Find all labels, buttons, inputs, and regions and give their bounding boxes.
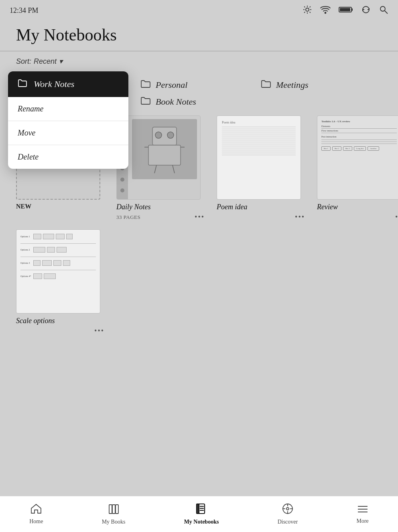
notebook-daily-title: Daily Notes [116,203,205,211]
svg-line-5 [304,6,305,7]
notebook-scale-meta: ••• [16,327,104,335]
sort-chevron-icon: ▾ [59,57,63,66]
notebook-review[interactable]: Toolkits 1.6 - UX review Elements Flow i… [317,115,398,221]
folder-personal[interactable]: Personal [140,79,261,91]
notebook-scale-thumb[interactable]: Options 1 Options 2 [16,229,100,314]
context-menu-rename[interactable]: Rename [8,97,128,121]
context-menu[interactable]: Work Notes Rename Move Delete [8,71,128,169]
status-icons [303,5,388,16]
home-icon [30,504,42,517]
notebook-poem-title: Poem idea [217,203,305,211]
review-thumb-title: Toolkits 1.6 - UX review [321,120,397,123]
notebook-daily-meta: 33 PAGES ••• [116,213,205,221]
main-content: Work Notes Rename Move Delete Personal [0,71,398,339]
status-bar: 12:34 PM [0,0,398,21]
svg-line-14 [385,11,388,14]
folder-booknotes-icon [140,96,151,107]
review-thumb-buttons: Btn 1 Btn 2 Btn 3 Long btn Another [321,146,397,151]
notebook-scale-dots[interactable]: ••• [94,327,104,335]
svg-line-6 [310,12,311,13]
svg-rect-23 [109,505,112,514]
folder-meetings-label: Meetings [276,80,309,90]
sort-current: Recent [34,57,57,66]
page-title: My Notebooks [16,25,382,45]
my-notebooks-icon [196,503,207,517]
notebook-poem-thumb[interactable]: Poem idea [217,115,301,200]
folder-meetings-icon [261,79,271,91]
nav-my-notebooks[interactable]: My Notebooks [176,500,227,528]
folder-row: Personal Meetings Book Notes [140,79,382,107]
svg-point-16 [155,132,162,138]
notebook-poem-meta: ••• [217,213,305,221]
scale-thumb-rows: Options 1 Options 2 [20,234,96,279]
nav-my-books-label: My Books [102,519,126,525]
svg-point-0 [306,8,309,11]
bottom-nav: Home My Books My Notebooks [0,496,398,532]
brightness-icon[interactable] [303,5,312,16]
status-time: 12:34 PM [10,6,39,15]
folder-meetings[interactable]: Meetings [261,79,381,91]
wifi-icon[interactable] [320,5,331,16]
nav-my-notebooks-label: My Notebooks [184,519,219,525]
sort-bar: Sort: Recent ▾ [0,51,398,71]
notebook-daily-notes[interactable]: Daily Notes 33 PAGES ••• [116,115,205,221]
context-menu-move[interactable]: Move [8,121,128,145]
notebook-daily-pages: 33 PAGES [116,214,140,220]
svg-rect-11 [351,8,353,11]
notebook-daily-dots[interactable]: ••• [195,213,205,221]
sort-label: Sort: [16,57,31,66]
page-header: My Notebooks [0,21,398,51]
context-menu-header: Work Notes [8,71,128,97]
folder-booknotes[interactable]: Book Notes [140,96,261,107]
svg-rect-12 [340,8,350,11]
svg-point-17 [167,132,174,138]
notebook-poem-idea[interactable]: Poem idea Poem idea ••• [217,115,305,221]
notebook-scale-options[interactable]: Options 1 Options 2 [16,229,104,335]
nav-more[interactable]: More [349,501,377,528]
context-folder-icon [18,79,27,90]
svg-rect-25 [116,505,118,514]
folder-personal-label: Personal [156,80,187,90]
svg-point-9 [325,12,326,14]
notebook-review-thumb[interactable]: Toolkits 1.6 - UX review Elements Flow i… [317,115,398,200]
sync-icon[interactable] [361,5,371,16]
my-books-icon [108,503,119,517]
poem-thumb-title: Poem idea [222,121,296,124]
folder-booknotes-label: Book Notes [156,97,196,107]
review-thumb-lines: Elements Flow interactions Post interact… [321,125,397,144]
notebook-poem-dots[interactable]: ••• [295,213,305,221]
notebook-daily-drawing [129,116,200,199]
notebook-review-meta: ••• [317,213,398,221]
search-icon[interactable] [379,5,388,16]
svg-rect-24 [112,505,115,514]
folder-personal-icon [140,79,151,91]
svg-line-7 [304,12,305,13]
notebook-review-title: Review [317,203,398,211]
svg-line-21 [154,165,156,173]
svg-line-22 [173,165,175,173]
context-menu-delete[interactable]: Delete [8,145,128,169]
nav-home-label: Home [29,518,43,525]
svg-rect-27 [197,504,199,514]
svg-point-13 [380,6,385,11]
nav-more-label: More [357,518,369,524]
context-menu-arrow [28,100,36,105]
battery-icon [339,6,353,15]
notebook-new-label: NEW [16,203,104,210]
notebook-daily-notes-thumb[interactable] [116,115,201,200]
discover-icon [282,503,293,517]
sort-button[interactable]: Sort: Recent ▾ [16,57,63,66]
svg-rect-18 [148,145,181,165]
notebook-scale-title: Scale options [16,317,104,325]
notebook-review-dots[interactable]: ••• [395,213,398,221]
context-folder-name: Work Notes [34,79,74,89]
nav-discover[interactable]: Discover [270,500,306,528]
nav-discover-label: Discover [278,519,298,525]
svg-point-32 [286,508,289,510]
nav-home[interactable]: Home [21,500,51,528]
svg-line-8 [310,6,311,7]
more-icon [357,504,368,516]
nav-my-books[interactable]: My Books [94,500,134,528]
